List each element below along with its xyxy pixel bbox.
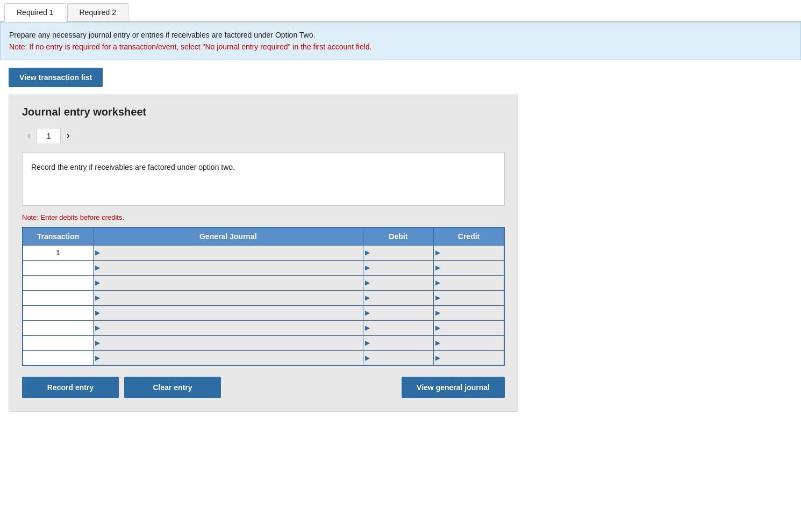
transaction-cell: 1 [23,245,93,260]
debit-input[interactable] [363,246,433,260]
credit-arrow-icon: ▶ [435,339,440,347]
table-row: ▶▶▶ [23,275,504,290]
view-transaction-list-button[interactable]: View transaction list [9,68,103,87]
general-journal-input[interactable] [94,336,363,350]
credit-arrow-icon: ▶ [435,249,440,256]
general-journal-input[interactable] [94,306,363,320]
debit-cell[interactable]: ▶ [363,290,433,305]
credit-arrow-icon: ▶ [435,354,440,362]
debit-arrow-icon: ▶ [365,264,370,271]
debit-cell[interactable]: ▶ [363,350,433,365]
credit-input[interactable] [434,261,504,275]
tab-required1[interactable]: Required 1 [4,3,66,22]
debit-arrow-icon: ▶ [365,354,370,362]
clear-entry-button[interactable]: Clear entry [124,377,221,398]
general-journal-cell[interactable]: ▶ [93,275,363,290]
journal-entry-worksheet: Journal entry worksheet ‹ 1 › Record the… [9,95,518,412]
record-entry-button[interactable]: Record entry [22,377,119,398]
debit-input[interactable] [363,306,433,320]
credit-cell[interactable]: ▶ [434,305,504,320]
debit-arrow-icon: ▶ [365,339,370,347]
credit-input[interactable] [434,321,504,335]
credit-cell[interactable]: ▶ [434,320,504,335]
credit-input[interactable] [434,351,504,365]
debit-cell[interactable]: ▶ [363,320,433,335]
general-journal-cell[interactable]: ▶ [93,245,363,260]
general-journal-cell[interactable]: ▶ [93,335,363,350]
next-page-arrow[interactable]: › [61,127,75,143]
credit-cell[interactable]: ▶ [434,245,504,260]
table-row: ▶▶▶ [23,335,504,350]
credit-arrow-icon: ▶ [435,279,440,286]
general-journal-cell[interactable]: ▶ [93,350,363,365]
general-journal-cell[interactable]: ▶ [93,290,363,305]
debit-input[interactable] [363,351,433,365]
journal-table: Transaction General Journal Debit Credit… [22,227,505,366]
debit-input[interactable] [363,336,433,350]
general-journal-input[interactable] [94,261,363,275]
debit-cell[interactable]: ▶ [363,245,433,260]
credit-cell[interactable]: ▶ [434,290,504,305]
debit-cell[interactable]: ▶ [363,305,433,320]
credit-cell[interactable]: ▶ [434,260,504,275]
credit-cell[interactable]: ▶ [434,275,504,290]
row-arrow-icon: ▶ [95,309,100,317]
view-general-journal-button[interactable]: View general journal [402,377,505,398]
general-journal-input[interactable] [94,351,363,365]
info-main-text: Prepare any necessary journal entry or e… [9,31,315,39]
debit-cell[interactable]: ▶ [363,335,433,350]
general-journal-cell[interactable]: ▶ [93,305,363,320]
credit-input[interactable] [434,336,504,350]
row-arrow-icon: ▶ [95,249,100,256]
row-arrow-icon: ▶ [95,279,100,286]
col-header-transaction: Transaction [23,227,93,246]
note-debits: Note: Enter debits before credits. [22,213,505,221]
debit-arrow-icon: ▶ [365,249,370,256]
transaction-cell [23,335,93,350]
debit-input[interactable] [363,261,433,275]
debit-input[interactable] [363,276,433,290]
col-header-debit: Debit [363,227,433,246]
general-journal-input[interactable] [94,246,363,260]
credit-input[interactable] [434,276,504,290]
row-arrow-icon: ▶ [95,339,100,347]
credit-input[interactable] [434,246,504,260]
current-page-tab[interactable]: 1 [37,128,61,143]
tabs-bar: Required 1 Required 2 [0,0,801,22]
general-journal-cell[interactable]: ▶ [93,260,363,275]
row-arrow-icon: ▶ [95,294,100,301]
col-header-credit: Credit [434,227,504,246]
transaction-cell [23,305,93,320]
debit-input[interactable] [363,291,433,305]
general-journal-cell[interactable]: ▶ [93,320,363,335]
worksheet-nav: ‹ 1 › [22,127,505,143]
worksheet-description: Record the entry if receivables are fact… [22,152,505,206]
credit-cell[interactable]: ▶ [434,350,504,365]
general-journal-input[interactable] [94,291,363,305]
prev-page-arrow[interactable]: ‹ [22,127,37,143]
table-row: 1▶▶▶ [23,245,504,260]
credit-arrow-icon: ▶ [435,294,440,301]
debit-cell[interactable]: ▶ [363,260,433,275]
transaction-cell [23,350,93,365]
action-buttons: Record entry Clear entry View general jo… [22,377,505,398]
credit-arrow-icon: ▶ [435,309,440,317]
credit-arrow-icon: ▶ [435,264,440,271]
transaction-cell [23,320,93,335]
table-row: ▶▶▶ [23,260,504,275]
credit-input[interactable] [434,306,504,320]
table-row: ▶▶▶ [23,350,504,365]
col-header-general-journal: General Journal [93,227,363,246]
general-journal-input[interactable] [94,321,363,335]
tab-required2[interactable]: Required 2 [67,3,129,21]
table-row: ▶▶▶ [23,305,504,320]
transaction-cell [23,260,93,275]
row-arrow-icon: ▶ [95,264,100,271]
credit-cell[interactable]: ▶ [434,335,504,350]
credit-input[interactable] [434,291,504,305]
debit-input[interactable] [363,321,433,335]
debit-arrow-icon: ▶ [365,324,370,332]
debit-cell[interactable]: ▶ [363,275,433,290]
general-journal-input[interactable] [94,276,363,290]
table-row: ▶▶▶ [23,290,504,305]
